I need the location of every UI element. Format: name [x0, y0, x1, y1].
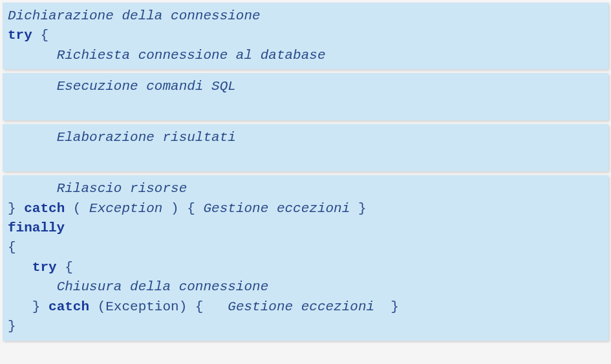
- code-line: } catch ( Exception ) { Gestione eccezio…: [8, 199, 603, 219]
- code-segment-plain: {: [32, 28, 48, 43]
- code-line: Richiesta connessione al database: [8, 46, 603, 65]
- code-segment-kw: catch: [24, 201, 65, 216]
- code-line: [8, 148, 603, 167]
- code-segment-comment: Exception: [89, 201, 162, 216]
- code-segment-plain: (: [65, 201, 89, 216]
- code-segment-plain: {: [8, 240, 16, 255]
- code-segment-comment: Dichiarazione della connessione: [8, 8, 261, 23]
- code-pre: Esecuzione comandi SQL: [8, 77, 603, 116]
- code-segment-comment: Chiusura della connessione: [57, 279, 269, 294]
- code-block-2: Elaborazione risultati: [3, 124, 608, 171]
- code-segment-comment: Gestione eccezioni: [203, 201, 350, 216]
- code-segment-plain: }: [8, 319, 16, 334]
- code-block-1: Esecuzione comandi SQL: [3, 73, 608, 120]
- code-line: Elaborazione risultati: [8, 128, 603, 147]
- code-pre: Elaborazione risultati: [8, 128, 603, 167]
- code-segment-plain: {: [57, 260, 73, 275]
- code-line: {: [8, 238, 603, 257]
- code-segment-plain: [8, 150, 16, 165]
- code-segment-comment: Elaborazione risultati: [57, 130, 236, 145]
- code-line: } catch (Exception) { Gestione eccezioni…: [8, 297, 603, 317]
- code-pre: Dichiarazione della connessionetry { Ric…: [8, 6, 603, 65]
- code-segment-plain: (Exception) {: [89, 299, 228, 314]
- code-segment-plain: }: [32, 299, 48, 314]
- code-line: finally: [8, 219, 603, 238]
- code-segment-kw: catch: [48, 299, 89, 314]
- code-line: [8, 97, 603, 116]
- code-segment-kw: finally: [8, 220, 65, 235]
- code-line: Rilascio risorse: [8, 179, 603, 198]
- code-line: Esecuzione comandi SQL: [8, 77, 603, 96]
- code-line: try {: [8, 26, 603, 45]
- code-line: }: [8, 317, 603, 336]
- code-container: Dichiarazione della connessionetry { Ric…: [3, 3, 608, 341]
- code-line: Dichiarazione della connessione: [8, 6, 603, 26]
- code-block-0: Dichiarazione della connessionetry { Ric…: [3, 3, 608, 69]
- code-segment-comment: Esecuzione comandi SQL: [57, 79, 236, 94]
- code-line: Chiusura della connessione: [8, 277, 603, 297]
- code-segment-plain: [8, 99, 16, 114]
- code-segment-comment: Gestione eccezioni: [228, 299, 374, 314]
- code-segment-plain: }: [374, 299, 399, 314]
- code-segment-plain: }: [8, 201, 24, 216]
- code-segment-kw: try: [32, 260, 57, 275]
- code-segment-comment: Richiesta connessione al database: [57, 48, 326, 63]
- code-segment-comment: Rilascio risorse: [57, 181, 188, 196]
- code-segment-plain: ) {: [162, 201, 203, 216]
- code-pre: Rilascio risorse} catch ( Exception ) { …: [8, 179, 603, 337]
- code-segment-plain: }: [350, 201, 366, 216]
- code-line: try {: [8, 258, 603, 277]
- code-segment-kw: try: [8, 28, 32, 43]
- code-block-3: Rilascio risorse} catch ( Exception ) { …: [3, 175, 608, 341]
